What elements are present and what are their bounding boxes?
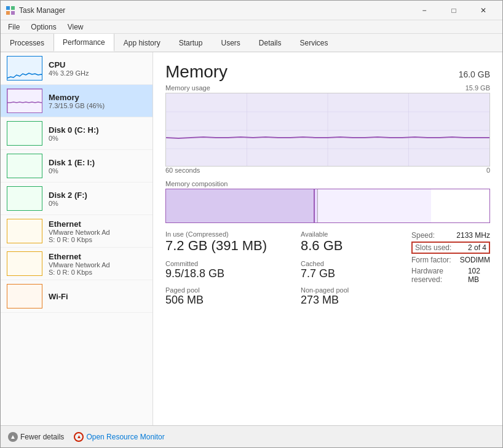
panel-total: 16.0 GB bbox=[459, 69, 490, 79]
disk2-subtitle: 0% bbox=[49, 200, 146, 207]
available-stat: Available 8.6 GB bbox=[301, 230, 399, 254]
comp-free bbox=[431, 189, 489, 222]
window-controls: − □ ✕ bbox=[410, 1, 497, 20]
svg-rect-7 bbox=[7, 122, 42, 146]
menu-file[interactable]: File bbox=[3, 20, 25, 33]
memory-panel: Memory 16.0 GB Memory usage 15.9 GB bbox=[153, 52, 502, 425]
inuse-stat: In use (Compressed) 7.2 GB (391 MB) bbox=[165, 230, 288, 254]
available-value: 8.6 GB bbox=[301, 238, 399, 254]
disk2-title: Disk 2 (F:) bbox=[49, 191, 146, 200]
cpu-subtitle: 4% 3.29 GHz bbox=[49, 69, 146, 77]
ethernet2-subtitle1: VMware Network Ad bbox=[49, 261, 146, 269]
fewer-details-label: Fewer details bbox=[20, 433, 64, 441]
ethernet1-info: Ethernet VMware Network Ad S: 0 R: 0 Kbp… bbox=[49, 219, 146, 243]
nonpaged-pool-stat: Non-paged pool 273 MB bbox=[301, 286, 399, 307]
committed-label: Committed bbox=[165, 260, 288, 267]
svg-rect-0 bbox=[6, 6, 10, 10]
svg-rect-2 bbox=[6, 11, 10, 15]
ethernet1-subtitle1: VMware Network Ad bbox=[49, 229, 146, 236]
sidebar-item-ethernet2[interactable]: Ethernet VMware Network Ad S: 0 R: 0 Kbp… bbox=[1, 248, 152, 280]
cached-stat: Cached 7.7 GB bbox=[301, 260, 399, 280]
resource-monitor-link[interactable]: ▲ Open Resource Monitor bbox=[74, 432, 164, 442]
disk0-title: Disk 0 (C: H:) bbox=[49, 125, 146, 135]
ethernet2-info: Ethernet VMware Network Ad S: 0 R: 0 Kbp… bbox=[49, 252, 146, 276]
tab-performance[interactable]: Performance bbox=[53, 34, 114, 52]
svg-rect-1 bbox=[11, 6, 15, 10]
available-label: Available bbox=[301, 230, 399, 238]
paged-pool-stat: Paged pool 506 MB bbox=[165, 286, 288, 307]
resource-monitor-icon: ▲ bbox=[74, 432, 84, 442]
memory-subtitle: 7.3/15.9 GB (46%) bbox=[49, 102, 146, 109]
menu-bar: File Options View bbox=[1, 20, 502, 34]
sidebar-item-memory[interactable]: Memory 7.3/15.9 GB (46%) bbox=[1, 85, 152, 117]
disk2-mini-chart bbox=[7, 186, 42, 211]
ethernet1-subtitle2: S: 0 R: 0 Kbps bbox=[49, 236, 146, 243]
main-content: CPU 4% 3.29 GHz Memory 7.3/15.9 GB (46%) bbox=[1, 52, 502, 425]
tab-details[interactable]: Details bbox=[250, 34, 291, 52]
title-bar: Task Manager − □ ✕ bbox=[1, 1, 502, 20]
paged-pool-value: 506 MB bbox=[165, 294, 288, 307]
sidebar-item-disk1[interactable]: Disk 1 (E: I:) 0% bbox=[1, 150, 152, 183]
slots-stat: Slots used: 2 of 4 bbox=[411, 242, 490, 254]
chart-usage-max: 15.9 GB bbox=[465, 84, 490, 92]
sidebar: CPU 4% 3.29 GHz Memory 7.3/15.9 GB (46%) bbox=[1, 52, 153, 425]
tab-app-history[interactable]: App history bbox=[114, 34, 170, 52]
hw-reserved-stat: Hardware reserved: 102 MB bbox=[411, 266, 490, 285]
committed-value: 9.5/18.8 GB bbox=[165, 267, 288, 280]
panel-title: Memory bbox=[165, 62, 228, 82]
hw-reserved-label: Hardware reserved: bbox=[411, 267, 468, 284]
ethernet2-title: Ethernet bbox=[49, 252, 146, 261]
disk2-info: Disk 2 (F:) 0% bbox=[49, 191, 146, 207]
nonpaged-pool-value: 273 MB bbox=[301, 294, 399, 307]
slots-value: 2 of 4 bbox=[468, 243, 486, 252]
memory-info: Memory 7.3/15.9 GB (46%) bbox=[49, 93, 146, 109]
wifi-mini-chart bbox=[7, 284, 42, 308]
ethernet1-mini-chart bbox=[7, 219, 42, 243]
time-end: 0 bbox=[486, 167, 490, 174]
maximize-button[interactable]: □ bbox=[440, 1, 468, 20]
tab-users[interactable]: Users bbox=[212, 34, 249, 52]
paged-pool-label: Paged pool bbox=[165, 286, 288, 294]
app-icon bbox=[6, 6, 15, 15]
wifi-title: Wi-Fi bbox=[49, 292, 146, 301]
tab-services[interactable]: Services bbox=[291, 34, 338, 52]
ethernet1-title: Ethernet bbox=[49, 219, 146, 229]
cached-label: Cached bbox=[301, 260, 399, 267]
form-factor-value: SODIMM bbox=[460, 256, 490, 264]
cpu-title: CPU bbox=[49, 60, 146, 69]
committed-stat: Committed 9.5/18.8 GB bbox=[165, 260, 288, 280]
svg-rect-3 bbox=[11, 11, 15, 15]
memory-title: Memory bbox=[49, 93, 146, 102]
disk0-subtitle: 0% bbox=[49, 135, 146, 142]
menu-options[interactable]: Options bbox=[26, 20, 61, 33]
sidebar-item-wifi[interactable]: Wi-Fi bbox=[1, 280, 152, 313]
svg-rect-10 bbox=[7, 219, 42, 243]
disk0-mini-chart bbox=[7, 121, 42, 146]
svg-rect-5 bbox=[7, 89, 42, 113]
right-stats: Speed: 2133 MHz Slots used: 2 of 4 Form … bbox=[411, 230, 490, 307]
composition-bar bbox=[165, 189, 490, 223]
bottom-bar: ▲ Fewer details ▲ Open Resource Monitor bbox=[1, 425, 502, 447]
comp-standby bbox=[318, 189, 431, 222]
inuse-label: In use (Compressed) bbox=[165, 230, 288, 238]
menu-view[interactable]: View bbox=[63, 20, 89, 33]
left-stats: In use (Compressed) 7.2 GB (391 MB) Comm… bbox=[165, 230, 288, 307]
memory-graph bbox=[165, 93, 490, 167]
cpu-info: CPU 4% 3.29 GHz bbox=[49, 60, 146, 77]
disk0-info: Disk 0 (C: H:) 0% bbox=[49, 125, 146, 142]
sidebar-item-disk0[interactable]: Disk 0 (C: H:) 0% bbox=[1, 117, 152, 150]
speed-stat: Speed: 2133 MHz bbox=[411, 230, 490, 240]
sidebar-item-ethernet1[interactable]: Ethernet VMware Network Ad S: 0 R: 0 Kbp… bbox=[1, 215, 152, 248]
tab-processes[interactable]: Processes bbox=[1, 34, 53, 52]
tab-bar: Processes Performance App history Startu… bbox=[1, 34, 502, 52]
svg-rect-9 bbox=[7, 187, 42, 211]
fewer-details-button[interactable]: ▲ Fewer details bbox=[8, 432, 64, 442]
sidebar-item-cpu[interactable]: CPU 4% 3.29 GHz bbox=[1, 52, 152, 85]
tab-startup[interactable]: Startup bbox=[170, 34, 212, 52]
svg-rect-8 bbox=[7, 154, 42, 178]
disk1-title: Disk 1 (E: I:) bbox=[49, 158, 146, 167]
minimize-button[interactable]: − bbox=[410, 1, 438, 20]
svg-rect-12 bbox=[7, 285, 42, 308]
sidebar-item-disk2[interactable]: Disk 2 (F:) 0% bbox=[1, 183, 152, 215]
close-button[interactable]: ✕ bbox=[469, 1, 497, 20]
